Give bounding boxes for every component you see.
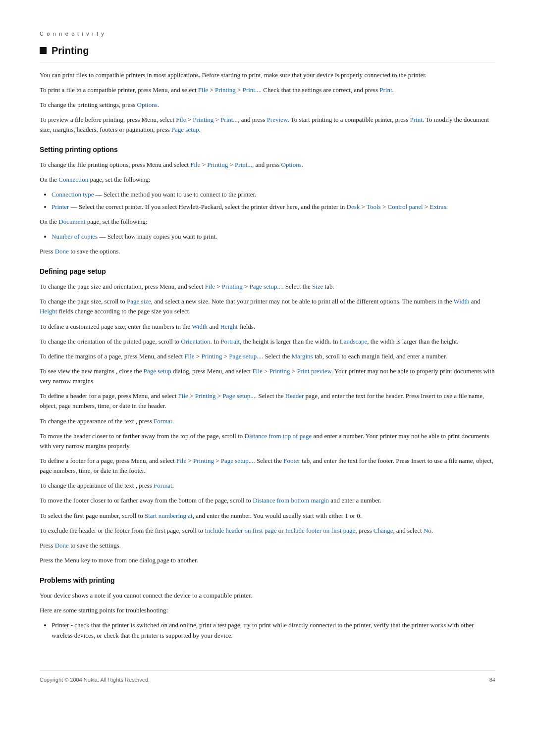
link-file-1[interactable]: File [198, 86, 208, 94]
link-file-6[interactable]: File [253, 367, 263, 375]
setting-para-1: To change the file printing options, pre… [40, 160, 495, 170]
link-change[interactable]: Change [374, 527, 393, 534]
copyright-text: Copyright © 2004 Nokia. All Rights Reser… [40, 676, 150, 684]
setting-printing-section: Setting printing options To change the f… [40, 145, 495, 256]
link-file-7[interactable]: File [178, 392, 188, 400]
link-size[interactable]: Size [312, 283, 323, 290]
page-number: 84 [489, 676, 495, 684]
link-extras[interactable]: Extras [429, 203, 446, 210]
bullet-connection-type: Connection type — Select the method you … [52, 190, 495, 200]
link-printer[interactable]: Printer [52, 203, 69, 210]
link-printing-7[interactable]: Printing [195, 392, 216, 400]
link-page-setup-1[interactable]: Page setup [171, 126, 199, 133]
document-bullets: Number of copies — Select how many copie… [52, 232, 495, 242]
link-connection-type[interactable]: Connection type [52, 191, 94, 198]
link-file-8[interactable]: File [176, 457, 186, 464]
link-print-1[interactable]: Print.... [243, 86, 262, 94]
link-options-2[interactable]: Options [281, 161, 302, 168]
link-file-5[interactable]: File [184, 353, 194, 360]
link-number-of-copies[interactable]: Number of copies [52, 233, 98, 240]
link-height-2[interactable]: Height [220, 323, 237, 330]
def-para-4: To change the orientation of the printed… [40, 337, 495, 347]
link-done-1[interactable]: Done [55, 248, 69, 255]
def-para-3: To define a customized page size, enter … [40, 322, 495, 332]
link-file-3[interactable]: File [190, 161, 200, 168]
link-document[interactable]: Document [58, 218, 85, 225]
link-landscape[interactable]: Landscape [340, 338, 368, 345]
problems-para-2: Here are some starting points for troubl… [40, 605, 495, 615]
link-include-footer[interactable]: Include footer on first page [285, 527, 356, 534]
bullet-printer: Printer — Select the correct printer. If… [52, 202, 495, 212]
link-control-panel[interactable]: Control panel [388, 203, 423, 210]
link-format-1[interactable]: Format [154, 417, 172, 425]
link-options-1[interactable]: Options [137, 101, 158, 108]
defining-page-setup-title: Defining page setup [40, 266, 495, 277]
link-page-setup-3[interactable]: Page setup.... [229, 353, 263, 360]
link-printing-2[interactable]: Printing [193, 116, 214, 123]
link-file-4[interactable]: File [205, 283, 215, 290]
def-para-10: To define a footer for a page, press Men… [40, 456, 495, 476]
def-para-1: To change the page size and orientation,… [40, 282, 495, 292]
setting-para-4: Press Done to save the options. [40, 247, 495, 256]
link-connection[interactable]: Connection [58, 176, 88, 183]
link-printing-4[interactable]: Printing [222, 283, 243, 290]
link-margins[interactable]: Margins [292, 353, 313, 360]
section-title: Printing [40, 43, 495, 62]
link-print-preview[interactable]: Print preview [297, 367, 331, 375]
link-print-dots-2[interactable]: Print..., [235, 161, 254, 168]
def-para-5: To define the margins of a page, press M… [40, 352, 495, 361]
link-printing-5[interactable]: Printing [201, 353, 222, 360]
link-height-1[interactable]: Height [40, 307, 57, 315]
link-start-numbering[interactable]: Start numbering at [145, 512, 193, 519]
link-done-2[interactable]: Done [55, 542, 69, 549]
def-para-8: To change the appearance of the text , p… [40, 416, 495, 426]
link-printing-6[interactable]: Printing [269, 367, 290, 375]
setting-para-3: On the Document page, set the following: [40, 217, 495, 227]
link-portrait[interactable]: Portrait [220, 338, 240, 345]
change-settings-para: To change the printing settings, press O… [40, 100, 495, 110]
link-no[interactable]: No [424, 527, 431, 534]
link-include-header[interactable]: Include header on first page [205, 527, 276, 534]
link-page-setup-5[interactable]: Page setup.... [222, 392, 257, 400]
link-footer[interactable]: Footer [283, 457, 300, 464]
link-page-setup-6[interactable]: Page setup.... [221, 457, 255, 464]
link-page-setup-2[interactable]: Page setup.... [250, 283, 284, 290]
problems-printing-section: Problems with printing Your device shows… [40, 575, 495, 641]
link-distance-bottom[interactable]: Distance from bottom margin [253, 497, 329, 504]
link-print-2[interactable]: Print [379, 86, 392, 94]
link-width-1[interactable]: Width [454, 298, 470, 305]
link-orientation[interactable]: Orientation [181, 338, 210, 345]
def-para-11: To change the appearance of the text , p… [40, 481, 495, 491]
link-print-dots-1[interactable]: Print..., [220, 116, 239, 123]
def-para-16: Press the Menu key to move from one dial… [40, 555, 495, 565]
link-preview-1[interactable]: Preview [267, 116, 288, 123]
intro-para-1: You can print files to compatible printe… [40, 70, 495, 80]
page-footer: Copyright © 2004 Nokia. All Rights Reser… [40, 670, 495, 684]
square-icon [40, 47, 47, 54]
link-format-2[interactable]: Format [154, 482, 172, 489]
def-para-15: Press Done to save the settings. [40, 541, 495, 551]
problems-printing-title: Problems with printing [40, 575, 495, 586]
def-para-6: To see view the new margins , close the … [40, 366, 495, 386]
link-width-2[interactable]: Width [192, 323, 208, 330]
link-distance-top[interactable]: Distance from top of page [245, 432, 312, 440]
link-page-size[interactable]: Page size [127, 298, 151, 305]
def-para-2: To change the page size, scroll to Page … [40, 297, 495, 316]
def-para-14: To exclude the header or the footer from… [40, 526, 495, 536]
link-desk[interactable]: Desk [347, 203, 360, 210]
link-printing-1[interactable]: Printing [215, 86, 236, 94]
connectivity-label: C o n n e c t i v i t y [40, 30, 495, 38]
intro-para-2: To print a file to a compatible printer,… [40, 85, 495, 95]
link-header[interactable]: Header [285, 392, 304, 400]
link-page-setup-4[interactable]: Page setup [144, 367, 171, 375]
bullet-number-of-copies: Number of copies — Select how many copie… [52, 232, 495, 242]
link-file-2[interactable]: File [176, 116, 186, 123]
def-para-12: To move the footer closer to or farther … [40, 496, 495, 505]
problems-para-1: Your device shows a note if you cannot c… [40, 591, 495, 601]
link-printing-8[interactable]: Printing [193, 457, 214, 464]
preview-para: To preview a file before printing, press… [40, 115, 495, 135]
link-print-3[interactable]: Print [410, 116, 422, 123]
def-para-7: To define a header for a page, press Men… [40, 391, 495, 411]
link-printing-3[interactable]: Printing [207, 161, 228, 168]
link-tools[interactable]: Tools [367, 203, 381, 210]
